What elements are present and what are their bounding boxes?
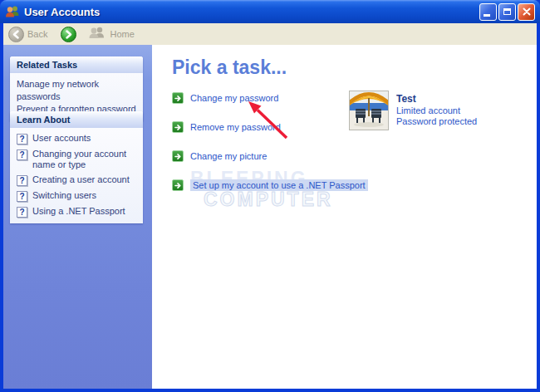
task-setup-net-passport[interactable]: Set up my account to use a .NET Passport	[172, 179, 368, 191]
green-arrow-icon	[172, 92, 184, 104]
sidebar-link-manage-network-passwords[interactable]: Manage my network passwords	[17, 78, 138, 103]
back-arrow-icon	[8, 27, 24, 42]
account-picture[interactable]	[349, 91, 389, 130]
help-icon: ?	[17, 175, 27, 186]
learn-link-net-passport[interactable]: ? Using a .NET Passport	[17, 206, 138, 218]
forward-button[interactable]	[61, 27, 76, 42]
account-name: Test	[396, 93, 416, 105]
account-status: Password protected	[396, 116, 477, 126]
task-change-password[interactable]: Change my password	[172, 92, 278, 104]
green-arrow-icon	[172, 150, 184, 162]
user-accounts-icon	[5, 5, 20, 18]
window-body: Back Home	[3, 23, 537, 389]
main-pane: Pick a task... BLEEPING COMPUTER Change …	[152, 45, 537, 389]
navigation-toolbar: Back Home	[3, 23, 537, 45]
back-label: Back	[27, 29, 47, 39]
window-title: User Accounts	[24, 6, 479, 18]
task-label: Set up my account to use a .NET Passport	[190, 179, 368, 191]
related-tasks-title: Related Tasks	[10, 56, 143, 73]
learn-link-changing-account[interactable]: ? Changing your account name or type	[17, 149, 138, 170]
help-icon: ?	[17, 191, 27, 202]
account-type: Limited account	[396, 105, 460, 115]
learn-label: Switching users	[32, 190, 96, 201]
watermark-line2: COMPUTER	[204, 189, 333, 211]
page-title: Pick a task...	[172, 56, 287, 79]
learn-link-creating-account[interactable]: ? Creating a user account	[17, 174, 138, 186]
title-bar: User Accounts	[0, 0, 540, 23]
close-button[interactable]	[518, 3, 535, 21]
learn-link-switching-users[interactable]: ? Switching users	[17, 190, 138, 202]
task-change-picture[interactable]: Change my picture	[172, 150, 267, 162]
help-icon: ?	[17, 207, 27, 218]
maximize-button[interactable]	[498, 3, 516, 21]
learn-label: Using a .NET Passport	[32, 206, 125, 217]
green-arrow-icon	[172, 121, 184, 133]
home-label: Home	[110, 29, 134, 39]
minimize-icon	[484, 14, 490, 17]
help-icon: ?	[17, 134, 27, 145]
help-icon: ?	[17, 149, 27, 160]
learn-about-title: Learn About	[10, 111, 143, 128]
green-arrow-icon	[172, 179, 184, 191]
home-users-icon	[88, 26, 106, 42]
minimize-button[interactable]	[479, 3, 497, 21]
content-area: Related Tasks Manage my network password…	[3, 45, 537, 389]
close-icon	[523, 7, 531, 16]
learn-label: User accounts	[32, 133, 91, 144]
task-label: Change my password	[190, 93, 278, 103]
window-controls	[479, 3, 535, 21]
forward-arrow-icon	[61, 27, 76, 42]
learn-about-box: Learn About ? User accounts ? Changing y…	[10, 111, 143, 223]
task-remove-password[interactable]: Remove my password	[172, 121, 281, 133]
user-accounts-window: User Accounts Back	[0, 0, 540, 392]
home-button[interactable]: Home	[88, 26, 134, 42]
learn-label: Creating a user account	[32, 174, 130, 185]
task-label: Remove my password	[190, 122, 281, 132]
maximize-icon	[503, 8, 511, 15]
task-label: Change my picture	[190, 151, 267, 161]
task-sidebar: Related Tasks Manage my network password…	[3, 45, 152, 389]
learn-label: Changing your account name or type	[32, 149, 138, 170]
back-button[interactable]: Back	[8, 27, 47, 42]
learn-about-body: ? User accounts ? Changing your account …	[10, 128, 143, 223]
learn-link-user-accounts[interactable]: ? User accounts	[17, 133, 138, 145]
